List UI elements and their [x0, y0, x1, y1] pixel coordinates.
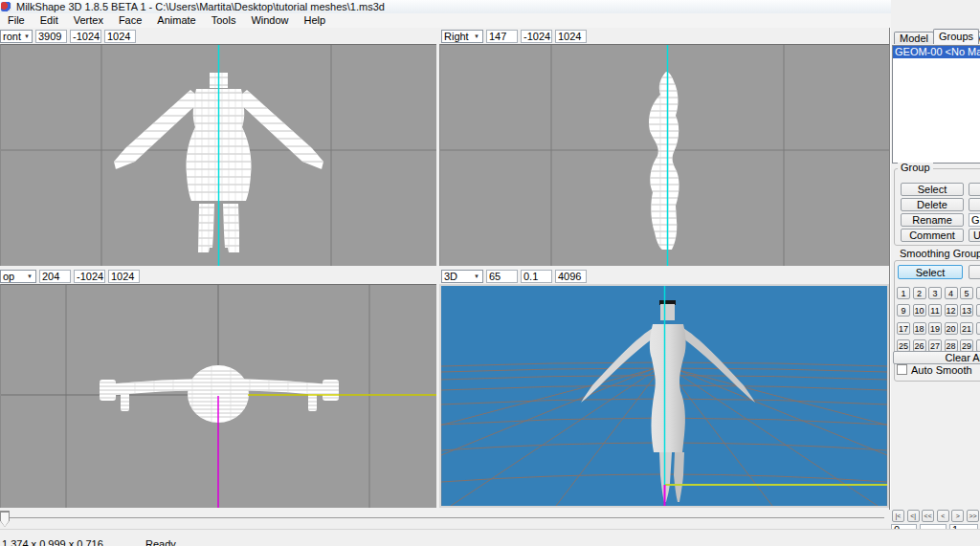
ready-status: Ready	[145, 538, 176, 546]
smoothing-group-18[interactable]: 18	[913, 322, 926, 335]
clear-all-button[interactable]: Clear All	[893, 351, 980, 364]
group-hide-button-clipped[interactable]	[969, 183, 980, 196]
fast-forward-button[interactable]: >>	[967, 510, 979, 522]
smoothing-row-0: 12345	[897, 287, 980, 299]
persp-model	[581, 300, 755, 502]
right-view-mode-label: Right	[444, 31, 469, 42]
menu-vertex[interactable]: Vertex	[66, 13, 111, 28]
persp-view-mode-dropdown[interactable]: 3D ▼	[441, 270, 483, 283]
tab-groups[interactable]: Groups	[933, 29, 979, 44]
persp-viewport-canvas[interactable]	[439, 284, 889, 508]
chevron-down-icon: ▼	[21, 33, 33, 39]
smoothing-group-3[interactable]: 3	[928, 287, 942, 299]
auto-smooth-label: Auto Smooth	[911, 364, 972, 376]
group-list-item-selected[interactable]: GEOM-00 <No Materia	[893, 46, 980, 58]
group-comment-button[interactable]: Comment	[901, 229, 964, 242]
app-icon	[1, 2, 11, 11]
right-min-field[interactable]: -1024	[521, 30, 552, 43]
top-min-field[interactable]: -1024	[74, 270, 105, 283]
smoothing-group-19[interactable]: 19	[928, 322, 942, 335]
smoothing-group-10[interactable]: 10	[913, 304, 926, 317]
smoothing-group-21[interactable]: 21	[960, 322, 973, 335]
smoothing-group-clipped[interactable]	[976, 322, 980, 335]
smoothing-row-1: 910111213	[897, 304, 980, 317]
group-delete-button[interactable]: Delete	[901, 198, 964, 211]
menu-animate[interactable]: Animate	[149, 13, 203, 28]
status-bar: 1.374 x 0.999 x 0.716 Ready	[0, 529, 980, 546]
top-max-field[interactable]: 1024	[108, 270, 140, 283]
smoothing-group-clipped[interactable]	[976, 287, 980, 299]
right-view-mode-dropdown[interactable]: Right ▼	[441, 30, 483, 43]
groups-listbox[interactable]: GEOM-00 <No Materia	[892, 45, 980, 164]
front-min-field[interactable]: -1024	[70, 30, 101, 43]
persp-view-mode-label: 3D	[444, 271, 457, 282]
anim-controls: |<<|<<<>>>	[892, 510, 979, 522]
persp-far-field[interactable]: 4096	[555, 270, 587, 283]
menu-face[interactable]: Face	[111, 13, 149, 28]
persp-near-field[interactable]: 0.1	[521, 270, 552, 283]
front-zoom-field[interactable]: 3909	[35, 30, 67, 43]
rewind-button[interactable]: <<	[922, 510, 934, 522]
persp-viewport-header: 3D ▼ 65 0.1 4096	[439, 268, 889, 284]
viewport-horizontal-splitter[interactable]	[0, 266, 889, 268]
right-max-field[interactable]: 1024	[555, 30, 587, 43]
smoothing-group-5[interactable]: 5	[960, 287, 973, 299]
smoothing-group-17[interactable]: 17	[897, 322, 910, 335]
chevron-down-icon: ▼	[24, 273, 35, 279]
smoothing-group-9[interactable]: 9	[897, 304, 910, 317]
keyframe-slider-track[interactable]	[6, 517, 884, 518]
group-up-button-clipped[interactable]: U	[969, 229, 980, 242]
front-viewport-canvas[interactable]	[0, 44, 436, 266]
side-panel: Model Groups Mate GEOM-00 <No Materia Gr…	[891, 0, 980, 546]
front-view-mode-dropdown[interactable]: ront ▼	[0, 30, 33, 43]
right-viewport-canvas[interactable]	[439, 44, 889, 266]
front-max-field[interactable]: 1024	[104, 30, 136, 43]
front-view-mode-label: ront	[3, 31, 21, 42]
menu-window[interactable]: Window	[243, 13, 296, 28]
smoothing-group-1[interactable]: 1	[897, 287, 910, 299]
prev-keyframe-button[interactable]: <|	[907, 510, 920, 522]
group-name-field[interactable]: GE	[969, 213, 980, 227]
smoothing-groups-label: Smoothing Groups	[897, 249, 980, 259]
top-view-mode-dropdown[interactable]: op ▼	[0, 270, 36, 283]
menu-edit[interactable]: Edit	[33, 13, 66, 28]
top-view-mode-label: op	[3, 271, 14, 282]
top-viewport-header: op ▼ 204 -1024 1024	[0, 268, 436, 284]
keyframe-slider-thumb[interactable]	[0, 511, 10, 527]
right-zoom-field[interactable]: 147	[486, 30, 518, 43]
chevron-down-icon: ▼	[471, 33, 482, 39]
group-duplicate-button-clipped[interactable]	[969, 198, 980, 211]
group-groupbox-label: Group	[898, 163, 933, 173]
top-viewport-canvas[interactable]	[0, 284, 436, 508]
auto-smooth-checkbox[interactable]	[897, 364, 907, 375]
group-rename-button[interactable]: Rename	[901, 213, 964, 227]
menu-tools[interactable]: Tools	[204, 13, 244, 28]
menu-help[interactable]: Help	[297, 13, 334, 28]
window-title: MilkShape 3D 1.8.5 BETA 1 - C:\Users\Mar…	[16, 1, 385, 12]
group-select-button[interactable]: Select	[901, 183, 964, 196]
smoothing-group-13[interactable]: 13	[960, 304, 973, 317]
smoothing-group-4[interactable]: 4	[945, 287, 958, 299]
tab-model[interactable]: Model	[894, 32, 934, 44]
front-viewport-header: ront ▼ 3909 -1024 1024	[0, 28, 436, 44]
smoothing-group-11[interactable]: 11	[928, 304, 942, 317]
prev-frame-button[interactable]: <	[937, 510, 949, 522]
model-dimensions-status: 1.374 x 0.999 x 0.716	[2, 538, 103, 546]
smoothing-group-20[interactable]: 20	[945, 322, 958, 335]
keyframe-bar	[0, 510, 889, 529]
smoothing-assign-button-clipped[interactable]	[969, 265, 980, 279]
menu-bar: FileEditVertexFaceAnimateToolsWindowHelp	[0, 13, 980, 28]
smoothing-group-2[interactable]: 2	[913, 287, 926, 299]
right-viewport-header: Right ▼ 147 -1024 1024	[439, 28, 889, 44]
smoothing-group-clipped[interactable]	[976, 304, 980, 317]
right-mesh	[649, 72, 679, 250]
smoothing-group-12[interactable]: 12	[945, 304, 958, 317]
top-zoom-field[interactable]: 204	[39, 270, 71, 283]
menu-file[interactable]: File	[0, 13, 33, 28]
smoothing-select-button[interactable]: Select	[898, 265, 963, 279]
persp-fov-field[interactable]: 65	[486, 270, 518, 283]
smoothing-row-2: 1718192021	[897, 322, 980, 335]
title-bar: MilkShape 3D 1.8.5 BETA 1 - C:\Users\Mar…	[0, 0, 980, 13]
first-frame-button[interactable]: |<	[892, 510, 904, 522]
next-frame-button[interactable]: >	[951, 510, 964, 522]
